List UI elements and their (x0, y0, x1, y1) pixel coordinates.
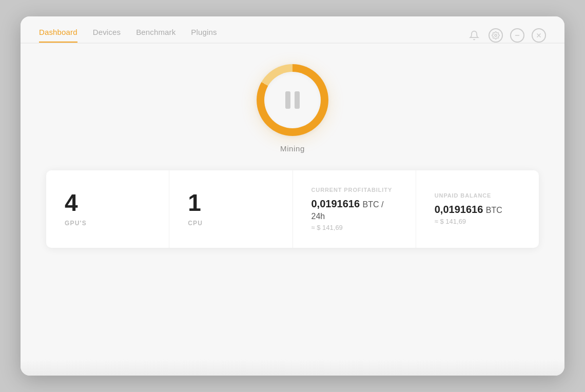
pause-icon (285, 91, 300, 109)
balance-btc-value: 0,0191616 BTC (435, 204, 502, 215)
svg-point-0 (495, 34, 497, 36)
mining-toggle-button[interactable] (257, 64, 328, 136)
gpu-stat-card: 4 GPU'S (46, 170, 169, 248)
mining-button-area: Mining (257, 64, 328, 153)
gpu-count-label: GPU'S (65, 220, 87, 227)
profitability-stat-card: CURRENT PROFITABILITY 0,0191616 BTC / 24… (293, 170, 416, 248)
stats-cards: 4 GPU'S 1 CPU CURRENT PROFITABILITY 0,01… (46, 170, 539, 248)
header: Dashboard Devices Benchmark Plugins (21, 16, 564, 43)
nav-dashboard[interactable]: Dashboard (39, 28, 77, 43)
notifications-icon[interactable] (467, 28, 481, 43)
cpu-stat-card: 1 CPU (169, 170, 292, 248)
nav-benchmark[interactable]: Benchmark (136, 28, 176, 43)
main-content: Mining 4 GPU'S 1 CPU CURRENT PROFITABILI… (21, 44, 564, 360)
close-icon[interactable] (532, 28, 546, 43)
balance-usd-approx: ≈ $ 141,69 (435, 218, 466, 225)
minimize-icon[interactable] (510, 28, 524, 43)
cpu-count-value: 1 (188, 191, 201, 214)
balance-stat-card: UNPAID BALANCE 0,0191616 BTC ≈ $ 141,69 (416, 170, 539, 248)
settings-icon[interactable] (489, 28, 503, 43)
balance-btc-unit: BTC (486, 206, 502, 214)
pause-bar-left (285, 91, 290, 109)
nav-devices[interactable]: Devices (93, 28, 121, 43)
gpu-count-value: 4 (65, 191, 78, 214)
main-nav: Dashboard Devices Benchmark Plugins (39, 28, 217, 43)
bottom-fade (21, 359, 564, 376)
profitability-section-label: CURRENT PROFITABILITY (311, 187, 393, 193)
app-window: Dashboard Devices Benchmark Plugins (21, 16, 564, 376)
cpu-count-label: CPU (188, 220, 203, 227)
mining-ring-inner (264, 72, 321, 128)
pause-bar-right (295, 91, 300, 109)
nav-plugins[interactable]: Plugins (191, 28, 217, 43)
profitability-btc-value: 0,0191616 BTC / 24h (311, 198, 397, 222)
mining-status-label: Mining (280, 144, 305, 153)
balance-section-label: UNPAID BALANCE (435, 192, 492, 199)
window-controls (467, 28, 546, 43)
profitability-usd-approx: ≈ $ 141,69 (311, 224, 343, 231)
